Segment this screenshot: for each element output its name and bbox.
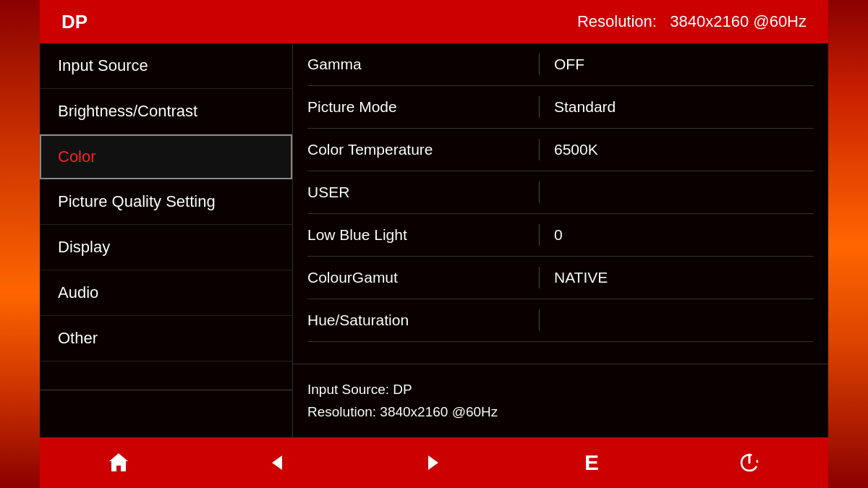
header-bar: DP Resolution: 3840x2160 @60Hz (40, 0, 828, 43)
setting-row-low-blue-light: Low Blue Light 0 (307, 214, 814, 257)
main-container: DP Resolution: 3840x2160 @60Hz Input Sou… (40, 0, 828, 488)
setting-value-picture-mode: Standard (554, 98, 814, 116)
divider (539, 139, 540, 160)
setting-label-user: USER (307, 184, 524, 201)
sidebar-item-audio[interactable]: Audio (40, 270, 292, 316)
setting-label-colour-gamut: ColourGamut (307, 269, 524, 286)
sidebar-item-input-source[interactable]: Input Source (40, 43, 292, 89)
setting-row-user: USER (307, 171, 814, 214)
svg-marker-1 (428, 455, 438, 470)
info-line2: Resolution: 3840x2160 @60Hz (307, 401, 814, 423)
divider (539, 96, 540, 118)
sidebar-item-picture-quality[interactable]: Picture Quality Setting (40, 179, 292, 225)
setting-value-color-temp: 6500K (554, 141, 814, 158)
sidebar-item-brightness-contrast[interactable]: Brightness/Contrast (40, 89, 292, 134)
enter-label: E (584, 450, 599, 475)
resolution-label: Resolution: (577, 12, 657, 30)
sidebar-spacer (40, 361, 292, 390)
header-title: DP (61, 11, 88, 33)
right-button[interactable] (416, 445, 452, 481)
left-button[interactable] (258, 445, 294, 481)
sidebar-item-other[interactable]: Other (40, 316, 292, 361)
divider (539, 181, 540, 203)
setting-label-picture-mode: Picture Mode (307, 98, 524, 116)
divider (539, 309, 540, 331)
sidebar: Input Source Brightness/Contrast Color P… (40, 43, 293, 437)
setting-row-color-temp: Color Temperature 6500K (307, 129, 814, 171)
left-decoration (0, 0, 40, 488)
right-panel: Gamma OFF Picture Mode Standard Color Te… (293, 43, 828, 437)
divider (539, 53, 540, 75)
setting-row-picture-mode: Picture Mode Standard (307, 86, 814, 129)
info-line1: Input Source: DP (307, 379, 814, 401)
power-button[interactable] (731, 445, 767, 481)
setting-value-colour-gamut: NATIVE (554, 269, 814, 286)
setting-label-gamma: Gamma (307, 56, 524, 73)
divider (539, 224, 540, 246)
setting-label-hue-saturation: Hue/Saturation (307, 312, 524, 329)
setting-label-color-temp: Color Temperature (307, 141, 524, 158)
resolution-value: 3840x2160 @60Hz (670, 12, 807, 30)
setting-value-gamma: OFF (554, 56, 814, 73)
svg-marker-0 (272, 455, 282, 470)
header-resolution: Resolution: 3840x2160 @60Hz (577, 12, 807, 31)
info-area: Input Source: DP Resolution: 3840x2160 @… (293, 364, 828, 437)
setting-row-colour-gamut: ColourGamut NATIVE (307, 257, 814, 299)
divider (539, 267, 540, 288)
content-area: Input Source Brightness/Contrast Color P… (40, 43, 828, 437)
sidebar-item-display[interactable]: Display (40, 225, 292, 270)
setting-value-low-blue-light: 0 (554, 226, 814, 244)
setting-label-low-blue-light: Low Blue Light (307, 226, 524, 244)
settings-list: Gamma OFF Picture Mode Standard Color Te… (293, 43, 828, 364)
right-decoration (828, 0, 868, 488)
enter-button[interactable]: E (574, 445, 610, 481)
setting-row-gamma: Gamma OFF (307, 43, 814, 86)
home-button[interactable] (101, 445, 137, 481)
footer-bar: E (40, 437, 828, 488)
setting-row-hue-saturation: Hue/Saturation (307, 299, 814, 342)
sidebar-item-color[interactable]: Color (40, 134, 292, 179)
